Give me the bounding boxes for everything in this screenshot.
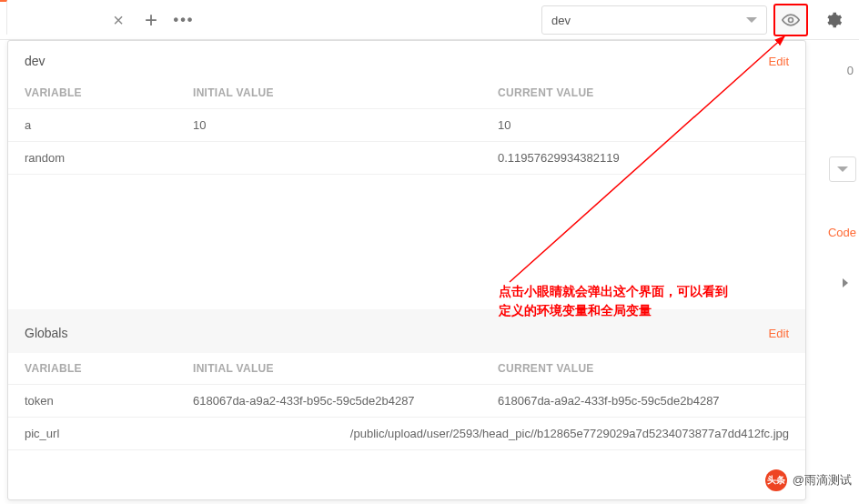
dev-section-header: dev Edit: [8, 41, 805, 77]
globals-variables-table: VARIABLE INITIAL VALUE CURRENT VALUE tok…: [8, 353, 805, 450]
chevron-down-icon: [837, 166, 848, 172]
chevron-right-icon: [843, 278, 848, 287]
cell-current: 0.11957629934382119: [498, 151, 789, 165]
cell-current: 10: [498, 118, 789, 132]
cell-variable: pic_url: [25, 427, 140, 440]
col-header-initial: INITIAL VALUE: [193, 86, 498, 99]
tab-actions: × + •••: [7, 0, 200, 40]
table-row: a 10 10: [8, 109, 805, 142]
col-header-initial: INITIAL VALUE: [193, 362, 498, 375]
col-header-variable: VARIABLE: [25, 86, 193, 99]
svg-point-0: [789, 18, 793, 23]
cell-initial: [140, 427, 350, 440]
cell-current: 618067da-a9a2-433f-b95c-59c5de2b4287: [498, 394, 789, 408]
environment-select[interactable]: dev: [541, 5, 767, 35]
environment-quicklook-button[interactable]: [773, 4, 808, 36]
cell-variable: random: [25, 151, 193, 165]
globals-section-title: Globals: [25, 326, 67, 340]
globals-table-header: VARIABLE INITIAL VALUE CURRENT VALUE: [8, 353, 805, 385]
eye-icon: [782, 11, 800, 29]
cell-current: /public/upload/user/2593/head_pic//b1286…: [350, 427, 789, 440]
col-header-variable: VARIABLE: [25, 362, 193, 375]
code-link[interactable]: Code: [828, 226, 856, 239]
table-row: pic_url /public/upload/user/2593/head_pi…: [8, 418, 805, 450]
settings-button[interactable]: [819, 5, 848, 35]
active-tab-indicator: [0, 0, 7, 35]
environment-popover: dev Edit VARIABLE INITIAL VALUE CURRENT …: [7, 40, 806, 500]
more-tabs-icon[interactable]: •••: [167, 4, 200, 36]
dev-section-title: dev: [25, 54, 45, 68]
dev-variables-table: VARIABLE INITIAL VALUE CURRENT VALUE a 1…: [8, 77, 805, 175]
close-tab-icon[interactable]: ×: [102, 4, 135, 36]
cell-variable: token: [25, 394, 193, 408]
behind-dropdown[interactable]: [829, 156, 856, 182]
top-bar: × + ••• dev: [0, 0, 859, 40]
globals-section-header: Globals Edit: [8, 309, 805, 353]
behind-label: 0: [847, 64, 854, 77]
table-row: token 618067da-a9a2-433f-b95c-59c5de2b42…: [8, 385, 805, 418]
cell-initial: 10: [193, 118, 498, 132]
new-tab-icon[interactable]: +: [135, 4, 167, 36]
cell-initial: 618067da-a9a2-433f-b95c-59c5de2b4287: [193, 394, 498, 408]
table-row: random 0.11957629934382119: [8, 142, 805, 175]
globals-edit-link[interactable]: Edit: [769, 327, 789, 340]
col-header-current: CURRENT VALUE: [498, 86, 789, 99]
environment-selected-label: dev: [551, 14, 571, 27]
cell-variable: a: [25, 118, 193, 132]
col-header-current: CURRENT VALUE: [498, 362, 789, 375]
chevron-down-icon: [746, 17, 757, 23]
dev-edit-link[interactable]: Edit: [769, 55, 789, 68]
dev-table-header: VARIABLE INITIAL VALUE CURRENT VALUE: [8, 77, 805, 109]
gear-icon: [824, 11, 843, 29]
cell-initial: [193, 151, 498, 165]
background-panel: 0 Code: [814, 45, 859, 504]
